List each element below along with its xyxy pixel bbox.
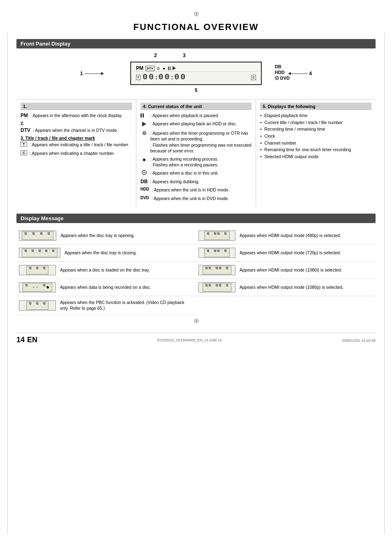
message-480p: ꟴ ꟴꟴ ꟴ Appears when HDMI output mode (48… [196,227,376,244]
message-grid: ꟴ ꟴ ꟴ ꟴ Appears when the disc tray is op… [16,227,376,315]
col2-play-item: : Appears when playing back an HDD or di… [141,121,252,128]
col3-list: Elapsed playback time Current title / ch… [260,113,371,160]
page-en: EN [27,336,37,344]
message-right-col: ꟴ ꟴꟴ ꟴ Appears when HDMI output mode (48… [196,227,376,315]
col2-db-icon: DB [141,179,148,184]
page-title: FUNCTIONAL OVERVIEW [16,22,376,32]
message-open-desc: Appears when the disc tray is opening. [60,233,134,239]
panel-diagram: 2 3 1 PM DTV ⊙ [16,53,376,93]
col2-pause-desc: : Appears when playback is paused. [150,113,219,118]
display-pause-icon [168,67,171,70]
col2-pause-icon [141,113,148,117]
page: ⊕ FUNCTIONAL OVERVIEW Front Panel Displa… [0,0,392,555]
col2-timer-icon: ⊙ [141,130,148,136]
col2-dvd-item: DVD : Appears when the unit is in DVD mo… [141,196,252,201]
col2-hdd-icon: HDD [141,187,150,191]
col1-c-icon: C [21,150,27,155]
info-col-3: 5. Displays the following Elapsed playba… [256,99,376,207]
front-panel-section: Front Panel Display 2 3 1 [16,39,376,207]
crosshair-bottom: ⊕ [16,317,376,325]
message-open-lcd: ꟴ ꟴ ꟴ ꟴ [19,230,56,241]
message-open: ꟴ ꟴ ꟴ ꟴ Appears when the disc tray is op… [16,227,196,244]
message-close-desc: Appears when the disc tray is closing. [65,250,137,256]
col2-record-item: ● : Appears during recording process.: F… [141,156,252,168]
front-panel-header: Front Panel Display [16,39,376,48]
col2-dvd-desc: : Appears when the unit is in DVD mode. [152,196,229,201]
col2-header: 4. Current status of the unit [141,103,252,110]
message-1080i-lcd: ꟴꟴ ꟴꟴ ꟴ [198,265,235,275]
col2-db-item: DB : Appears during dubbing. [141,179,252,184]
col1-pm-desc: : Appears in the afternoon with the cloc… [30,113,122,118]
col1-dtv-icon: DTV [21,127,30,133]
col1-t-desc: : Appears when indicating a title / trac… [30,142,129,147]
col3-item-6: Selected HDMI output mode [260,154,371,160]
crosshair-top: ⊕ [16,10,376,18]
message-rec: ꟴ ·· ꟴ● Appears when data is being recor… [16,279,196,296]
message-1080i-desc: Appears when HDMI output mode (1080i) is… [240,267,342,273]
message-load-lcd: ꟴ ꟴ ꟴ [19,265,56,275]
display-message-section: Display Message ꟴ ꟴ ꟴ ꟴ Appears when the… [16,214,376,315]
col3-header: 5. Displays the following [260,103,371,110]
message-1080p-lcd: ꟴꟴ ꟴꟴ ꟴ [198,282,235,292]
col2-hdd-item: HDD : Appears when the unit is in HDD mo… [141,187,252,193]
col3-item-0: Elapsed playback time [260,113,371,119]
message-480p-desc: Appears when HDMI output mode (480p) is … [240,233,341,239]
col1-subheader: 3. Title / track / file and chapter mark [21,136,132,140]
message-1080i: ꟴꟴ ꟴꟴ ꟴ Appears when HDMI output mode (1… [196,262,376,279]
display-pm: PM [136,65,143,71]
col2-disc-icon [141,170,148,176]
disc-icon [275,76,279,80]
col3-item-4: Channel number [260,140,371,146]
diagram-num-3: 3 [183,53,186,58]
display-t-box: T [136,75,141,80]
col2-disc-item: : Appears when a disc is in this unit. [141,170,252,176]
col2-hdd-desc: : Appears when the unit is in HDD mode. [152,187,229,193]
col1-t-item: T : Appears when indicating a title / tr… [21,142,132,147]
diagram-num1-label: 1 [80,71,104,76]
col1-t-icon: T [21,142,27,147]
page-number: 14 [16,336,25,344]
message-rec-desc: Appears when data is being recorded on a… [60,284,151,290]
info-col-2: 4. Current status of the unit : Appears … [136,99,256,207]
col3-item-1: Current title / chapter / track / file n… [260,120,371,126]
display-unit: PM DTV ⊙ ● [130,62,262,85]
col2-dvd-icon: DVD [141,196,149,200]
diagram-num-2: 2 [154,53,157,58]
col2-play-desc: : Appears when playing back an HDD or di… [150,121,237,127]
display-c-box: C [251,75,256,80]
footer-date: 2008/12/01 15:40:49 [341,339,376,343]
message-close-lcd: ꟴ ꟴ ꟴ ꟴ ꟴ [19,248,60,258]
message-720p: ꟴ ꟴꟴ ꟴ Appears when HDMI output mode (72… [196,244,376,262]
message-720p-lcd: ꟴ ꟴꟴ ꟴ [198,248,235,258]
col3-item-3: Clock [260,133,371,139]
col1-c-item: C : Appears when indicating a chapter nu… [21,150,132,156]
col1-n2: 2. [21,121,132,126]
message-480p-lcd: ꟴ ꟴꟴ ꟴ [198,230,235,241]
col2-play-icon [141,121,148,128]
col3-item-5: Remaining time for one-touch timer recor… [260,147,371,153]
message-load: ꟴ ꟴ ꟴ Appears when a disc is loaded on t… [16,262,196,279]
message-720p-desc: Appears when HDMI output mode (720p) is … [240,250,341,256]
col1-dtv-desc: : Appears when the channel is in DTV mod… [33,127,118,133]
display-dtv: DTV [145,66,154,71]
display-play-icon [173,66,176,70]
col1-pm-icon: PM [21,113,28,118]
message-rec-lcd: ꟴ ·· ꟴ● [19,282,56,292]
col2-record-icon: ● [141,156,148,163]
info-table: 1. PM : Appears in the afternoon with th… [16,99,376,207]
display-timer-icon: ⊙ [157,66,160,71]
message-1080p: ꟴꟴ ꟴꟴ ꟴ Appears when HDMI output mode (1… [196,279,376,296]
col1-c-desc: : Appears when indicating a chapter numb… [30,150,115,156]
page-footer: 14 EN E2S00UD_H2160MW9_EN_v1.indd 14 200… [16,333,376,344]
message-pbc-lcd: ꟴ ꟴ ꟴ [19,300,56,311]
col2-disc-desc: : Appears when a disc is in this unit. [150,170,219,176]
message-1080p-desc: Appears when HDMI output mode (1080p) is… [240,284,344,290]
col1-dtv-item: DTV : Appears when the channel is in DTV… [21,127,132,133]
message-close: ꟴ ꟴ ꟴ ꟴ ꟴ Appears when the disc tray is … [16,244,196,262]
message-pbc: ꟴ ꟴ ꟴ Appears when the PBC function is a… [16,296,196,315]
col3-item-2: Recording time / remaining time [260,126,371,132]
col2-pause-item: : Appears when playback is paused. [141,113,252,118]
message-pbc-desc: Appears when the PBC function is activat… [60,299,194,311]
message-load-desc: Appears when a disc is loaded on the dis… [60,267,150,273]
diagram-num5-label: 5 [195,88,198,93]
